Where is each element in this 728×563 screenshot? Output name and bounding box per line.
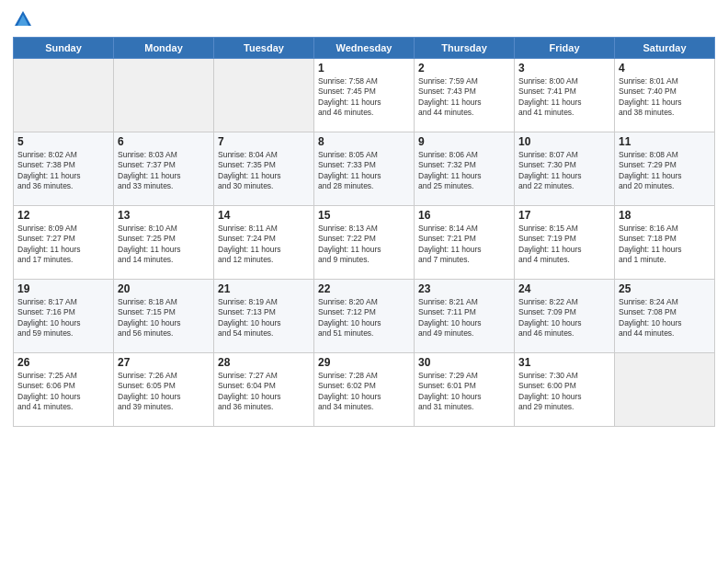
cell-info: Sunrise: 8:05 AM Sunset: 7:33 PM Dayligh… [318, 150, 410, 192]
cell-info: Sunrise: 8:07 AM Sunset: 7:30 PM Dayligh… [518, 150, 610, 192]
calendar-cell: 5Sunrise: 8:02 AM Sunset: 7:38 PM Daylig… [14, 132, 114, 206]
day-number: 18 [619, 209, 711, 222]
calendar-cell [615, 353, 715, 427]
calendar-cell: 24Sunrise: 8:22 AM Sunset: 7:09 PM Dayli… [515, 280, 615, 353]
cell-info: Sunrise: 8:15 AM Sunset: 7:19 PM Dayligh… [518, 224, 610, 266]
day-number: 31 [518, 356, 610, 369]
cell-info: Sunrise: 7:58 AM Sunset: 7:45 PM Dayligh… [318, 76, 410, 119]
cell-info: Sunrise: 8:06 AM Sunset: 7:32 PM Dayligh… [418, 150, 510, 192]
cell-info: Sunrise: 8:09 AM Sunset: 7:27 PM Dayligh… [17, 224, 109, 266]
calendar-cell: 10Sunrise: 8:07 AM Sunset: 7:30 PM Dayli… [515, 132, 615, 206]
weekday-header-cell: Thursday [415, 38, 515, 59]
day-number: 17 [518, 209, 610, 222]
weekday-header-cell: Monday [114, 38, 214, 59]
calendar-cell: 12Sunrise: 8:09 AM Sunset: 7:27 PM Dayli… [14, 206, 114, 280]
day-number: 11 [619, 135, 711, 148]
day-number: 2 [418, 62, 510, 75]
calendar-cell: 17Sunrise: 8:15 AM Sunset: 7:19 PM Dayli… [515, 206, 615, 280]
cell-info: Sunrise: 8:24 AM Sunset: 7:08 PM Dayligh… [619, 297, 711, 339]
calendar-cell: 14Sunrise: 8:11 AM Sunset: 7:24 PM Dayli… [214, 206, 314, 280]
day-number: 28 [218, 356, 310, 369]
cell-info: Sunrise: 8:02 AM Sunset: 7:38 PM Dayligh… [17, 150, 109, 192]
calendar-cell: 28Sunrise: 7:27 AM Sunset: 6:04 PM Dayli… [214, 353, 314, 427]
page: SundayMondayTuesdayWednesdayThursdayFrid… [0, 0, 728, 563]
calendar-cell: 4Sunrise: 8:01 AM Sunset: 7:40 PM Daylig… [615, 59, 715, 132]
cell-info: Sunrise: 8:11 AM Sunset: 7:24 PM Dayligh… [218, 224, 310, 266]
calendar-week-row: 1Sunrise: 7:58 AM Sunset: 7:45 PM Daylig… [14, 59, 715, 132]
day-number: 7 [218, 135, 310, 148]
weekday-header-cell: Sunday [14, 38, 114, 59]
calendar-cell: 31Sunrise: 7:30 AM Sunset: 6:00 PM Dayli… [515, 353, 615, 427]
calendar-cell: 13Sunrise: 8:10 AM Sunset: 7:25 PM Dayli… [114, 206, 214, 280]
header [13, 9, 715, 29]
calendar-cell: 29Sunrise: 7:28 AM Sunset: 6:02 PM Dayli… [314, 353, 415, 427]
day-number: 22 [318, 282, 410, 295]
day-number: 21 [218, 282, 310, 295]
calendar-cell: 16Sunrise: 8:14 AM Sunset: 7:21 PM Dayli… [415, 206, 515, 280]
cell-info: Sunrise: 7:28 AM Sunset: 6:02 PM Dayligh… [318, 371, 410, 413]
cell-info: Sunrise: 8:19 AM Sunset: 7:13 PM Dayligh… [218, 297, 310, 339]
cell-info: Sunrise: 8:22 AM Sunset: 7:09 PM Dayligh… [518, 297, 610, 339]
cell-info: Sunrise: 8:10 AM Sunset: 7:25 PM Dayligh… [118, 224, 210, 266]
calendar-cell [114, 59, 214, 132]
calendar-week-row: 19Sunrise: 8:17 AM Sunset: 7:16 PM Dayli… [14, 280, 715, 353]
cell-info: Sunrise: 8:18 AM Sunset: 7:15 PM Dayligh… [118, 297, 210, 339]
calendar-cell: 3Sunrise: 8:00 AM Sunset: 7:41 PM Daylig… [515, 59, 615, 132]
calendar-cell: 22Sunrise: 8:20 AM Sunset: 7:12 PM Dayli… [314, 280, 415, 353]
day-number: 23 [418, 282, 510, 295]
day-number: 12 [17, 209, 109, 222]
calendar-cell [14, 59, 114, 132]
cell-info: Sunrise: 7:25 AM Sunset: 6:06 PM Dayligh… [17, 371, 109, 413]
calendar-cell: 27Sunrise: 7:26 AM Sunset: 6:05 PM Dayli… [114, 353, 214, 427]
cell-info: Sunrise: 7:27 AM Sunset: 6:04 PM Dayligh… [218, 371, 310, 413]
day-number: 27 [118, 356, 210, 369]
day-number: 1 [318, 62, 410, 75]
logo [13, 9, 37, 29]
day-number: 16 [418, 209, 510, 222]
calendar-cell: 25Sunrise: 8:24 AM Sunset: 7:08 PM Dayli… [615, 280, 715, 353]
calendar-cell: 23Sunrise: 8:21 AM Sunset: 7:11 PM Dayli… [415, 280, 515, 353]
cell-info: Sunrise: 8:01 AM Sunset: 7:40 PM Dayligh… [619, 76, 711, 119]
cell-info: Sunrise: 8:04 AM Sunset: 7:35 PM Dayligh… [218, 150, 310, 192]
cell-info: Sunrise: 8:00 AM Sunset: 7:41 PM Dayligh… [518, 76, 610, 119]
cell-info: Sunrise: 8:17 AM Sunset: 7:16 PM Dayligh… [17, 297, 109, 339]
calendar-week-row: 5Sunrise: 8:02 AM Sunset: 7:38 PM Daylig… [14, 132, 715, 206]
day-number: 26 [17, 356, 109, 369]
calendar-cell: 20Sunrise: 8:18 AM Sunset: 7:15 PM Dayli… [114, 280, 214, 353]
calendar-week-row: 26Sunrise: 7:25 AM Sunset: 6:06 PM Dayli… [14, 353, 715, 427]
calendar-cell: 11Sunrise: 8:08 AM Sunset: 7:29 PM Dayli… [615, 132, 715, 206]
calendar-cell: 9Sunrise: 8:06 AM Sunset: 7:32 PM Daylig… [415, 132, 515, 206]
cell-info: Sunrise: 7:26 AM Sunset: 6:05 PM Dayligh… [118, 371, 210, 413]
cell-info: Sunrise: 7:59 AM Sunset: 7:43 PM Dayligh… [418, 76, 510, 119]
calendar-cell: 15Sunrise: 8:13 AM Sunset: 7:22 PM Dayli… [314, 206, 415, 280]
day-number: 5 [17, 135, 109, 148]
weekday-header-cell: Tuesday [214, 38, 314, 59]
day-number: 13 [118, 209, 210, 222]
calendar-cell: 30Sunrise: 7:29 AM Sunset: 6:01 PM Dayli… [415, 353, 515, 427]
day-number: 6 [118, 135, 210, 148]
cell-info: Sunrise: 8:08 AM Sunset: 7:29 PM Dayligh… [619, 150, 711, 192]
day-number: 30 [418, 356, 510, 369]
cell-info: Sunrise: 8:20 AM Sunset: 7:12 PM Dayligh… [318, 297, 410, 339]
cell-info: Sunrise: 8:03 AM Sunset: 7:37 PM Dayligh… [118, 150, 210, 192]
calendar-cell: 8Sunrise: 8:05 AM Sunset: 7:33 PM Daylig… [314, 132, 415, 206]
logo-icon [13, 9, 33, 29]
day-number: 9 [418, 135, 510, 148]
calendar-cell: 7Sunrise: 8:04 AM Sunset: 7:35 PM Daylig… [214, 132, 314, 206]
day-number: 29 [318, 356, 410, 369]
cell-info: Sunrise: 8:16 AM Sunset: 7:18 PM Dayligh… [619, 224, 711, 266]
calendar-cell: 6Sunrise: 8:03 AM Sunset: 7:37 PM Daylig… [114, 132, 214, 206]
calendar-cell: 19Sunrise: 8:17 AM Sunset: 7:16 PM Dayli… [14, 280, 114, 353]
calendar-week-row: 12Sunrise: 8:09 AM Sunset: 7:27 PM Dayli… [14, 206, 715, 280]
calendar-cell: 2Sunrise: 7:59 AM Sunset: 7:43 PM Daylig… [415, 59, 515, 132]
calendar-cell: 18Sunrise: 8:16 AM Sunset: 7:18 PM Dayli… [615, 206, 715, 280]
calendar-cell: 1Sunrise: 7:58 AM Sunset: 7:45 PM Daylig… [314, 59, 415, 132]
day-number: 3 [518, 62, 610, 75]
weekday-header-row: SundayMondayTuesdayWednesdayThursdayFrid… [14, 38, 715, 59]
day-number: 4 [619, 62, 711, 75]
weekday-header-cell: Friday [515, 38, 615, 59]
day-number: 24 [518, 282, 610, 295]
day-number: 14 [218, 209, 310, 222]
calendar-cell [214, 59, 314, 132]
day-number: 25 [619, 282, 711, 295]
